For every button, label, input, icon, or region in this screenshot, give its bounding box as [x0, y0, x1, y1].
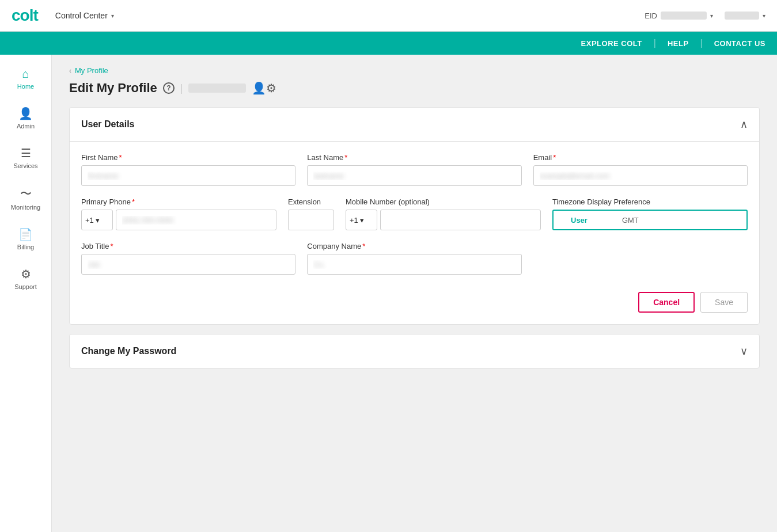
sidebar-admin-label: Admin [17, 123, 35, 130]
breadcrumb: ‹ My Profile [69, 66, 760, 75]
form-row-2: Primary Phone* +1 ▾ Extension [81, 197, 748, 230]
last-name-group: Last Name* [307, 153, 521, 186]
separator-2: | [700, 38, 703, 48]
last-name-input[interactable] [307, 165, 521, 186]
change-password-title: Change My Password [81, 346, 176, 356]
phone-with-country: +1 ▾ [81, 210, 276, 230]
user-details-header: User Details ∧ [70, 108, 759, 142]
primary-phone-label: Primary Phone* [81, 197, 276, 206]
phone-country-select[interactable]: +1 ▾ [81, 210, 113, 230]
sidebar-item-home[interactable]: ⌂ Home [0, 60, 51, 97]
email-input[interactable] [533, 165, 748, 186]
first-name-label: First Name* [81, 153, 295, 162]
separator-1: | [654, 38, 656, 48]
my-profile-link[interactable]: My Profile [75, 66, 108, 75]
phone-country-code: +1 [85, 216, 94, 225]
contact-us-link[interactable]: CONTACT US [714, 39, 765, 48]
sidebar-item-support[interactable]: ⚙ Support [0, 260, 51, 297]
control-center-button[interactable]: Control Center ▾ [55, 11, 114, 20]
mobile-country-chevron: ▾ [360, 216, 364, 225]
timezone-toggle: User GMT [552, 210, 748, 230]
user-details-title: User Details [81, 119, 135, 130]
company-name-input[interactable] [307, 254, 521, 275]
admin-icon: 👤 [18, 107, 33, 120]
sidebar-services-label: Services [13, 162, 37, 169]
change-password-card: Change My Password ∨ [69, 334, 760, 368]
mobile-country-code: +1 [350, 216, 358, 225]
job-title-group: Job Title* [81, 242, 295, 275]
colt-logo: colt [12, 6, 38, 25]
sidebar: ⌂ Home 👤 Admin ☰ Services 〜 Monitoring 📄… [0, 55, 52, 532]
form-row-1: First Name* Last Name* Email* [81, 153, 748, 186]
eid-value [661, 12, 707, 20]
mobile-country-select[interactable]: +1 ▾ [346, 210, 377, 230]
sidebar-monitoring-label: Monitoring [11, 204, 40, 211]
job-title-label: Job Title* [81, 242, 295, 250]
page-title-row: Edit My Profile ? | 👤⚙ [69, 81, 760, 96]
chevron-down-icon: ▾ [111, 13, 114, 19]
green-nav: EXPLORE COLT | HELP | CONTACT US [0, 32, 777, 55]
sidebar-item-admin[interactable]: 👤 Admin [0, 100, 51, 136]
timezone-gmt-option[interactable]: GMT [605, 211, 656, 229]
monitoring-icon: 〜 [20, 186, 32, 202]
page-title: Edit My Profile [69, 81, 157, 96]
services-icon: ☰ [21, 146, 31, 160]
last-name-label: Last Name* [307, 153, 521, 162]
change-password-header: Change My Password ∨ [70, 335, 759, 368]
phone-country-chevron: ▾ [96, 216, 100, 225]
first-name-input[interactable] [81, 165, 295, 186]
main-layout: ⌂ Home 👤 Admin ☰ Services 〜 Monitoring 📄… [0, 55, 777, 532]
sidebar-home-label: Home [17, 83, 34, 90]
sidebar-item-billing[interactable]: 📄 Billing [0, 221, 51, 257]
mobile-input[interactable] [380, 210, 541, 230]
extension-label: Extension [288, 197, 334, 206]
change-password-expand-button[interactable]: ∨ [740, 345, 748, 358]
form-actions: Cancel Save [81, 286, 748, 313]
mobile-group: Mobile Number (optional) +1 ▾ [346, 197, 541, 230]
mobile-label: Mobile Number (optional) [346, 197, 541, 206]
first-name-group: First Name* [81, 153, 295, 186]
email-group: Email* [533, 153, 748, 186]
job-title-input[interactable] [81, 254, 295, 275]
eid-chevron-icon[interactable]: ▾ [710, 13, 713, 19]
user-details-card: User Details ∧ First Name* Last Name* [69, 107, 760, 325]
sidebar-item-services[interactable]: ☰ Services [0, 139, 51, 176]
save-button[interactable]: Save [700, 292, 748, 313]
home-icon: ⌂ [22, 67, 29, 81]
title-separator: | [180, 82, 183, 94]
billing-icon: 📄 [18, 227, 33, 241]
company-name-group: Company Name* [307, 242, 521, 275]
top-header: colt Control Center ▾ EID ▾ ▾ [0, 0, 777, 32]
eid-label: EID [645, 12, 657, 20]
user-value [725, 12, 759, 20]
breadcrumb-chevron-icon: ‹ [69, 67, 71, 75]
sidebar-billing-label: Billing [17, 244, 34, 250]
user-section: ▾ [725, 12, 765, 20]
header-right: EID ▾ ▾ [645, 12, 765, 20]
help-icon[interactable]: ? [163, 82, 175, 94]
extension-group: Extension [288, 197, 334, 230]
eid-section: EID ▾ [645, 12, 713, 20]
form-row-3: Job Title* Company Name* [81, 242, 748, 275]
spacer [533, 242, 748, 275]
cancel-button[interactable]: Cancel [638, 292, 695, 313]
profile-settings-icon[interactable]: 👤⚙ [252, 81, 276, 95]
main-content: ‹ My Profile Edit My Profile ? | 👤⚙ User… [52, 55, 777, 532]
primary-phone-group: Primary Phone* +1 ▾ [81, 197, 276, 230]
sidebar-item-monitoring[interactable]: 〜 Monitoring [0, 179, 51, 218]
user-chevron-icon[interactable]: ▾ [763, 13, 765, 19]
extension-input[interactable] [288, 210, 334, 230]
help-link[interactable]: HELP [668, 39, 689, 48]
mobile-with-country: +1 ▾ [346, 210, 541, 230]
phone-input[interactable] [116, 210, 276, 230]
user-details-collapse-button[interactable]: ∧ [740, 118, 748, 131]
company-name-label: Company Name* [307, 242, 521, 250]
control-center-label: Control Center [55, 11, 108, 20]
email-label: Email* [533, 153, 748, 162]
user-details-body: First Name* Last Name* Email* [70, 142, 759, 324]
explore-colt-link[interactable]: EXPLORE COLT [581, 39, 642, 48]
timezone-user-option[interactable]: User [554, 211, 605, 229]
username-display [188, 83, 246, 93]
timezone-group: Timezone Display Preference User GMT [552, 197, 748, 230]
support-icon: ⚙ [21, 267, 31, 281]
